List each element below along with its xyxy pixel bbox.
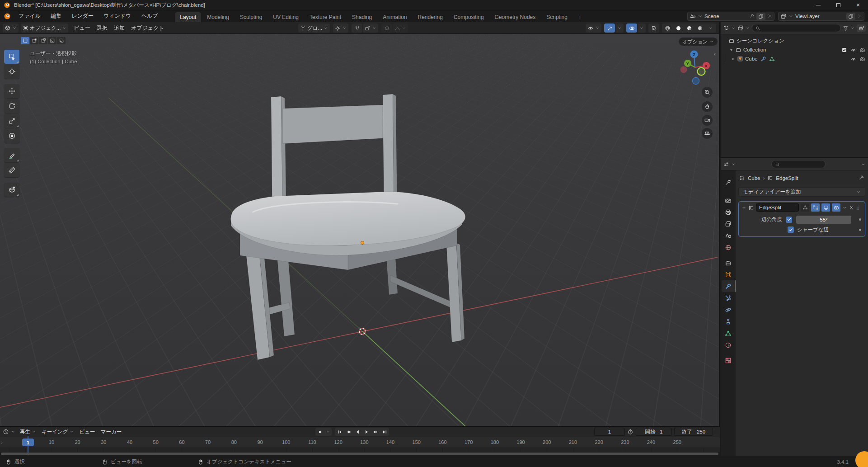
unlink-scene-icon[interactable] <box>767 14 772 19</box>
viewport-menu-選択[interactable]: 選択 <box>94 24 111 32</box>
properties-tab-texture[interactable] <box>722 354 735 366</box>
menu-ヘルプ[interactable]: ヘルプ <box>136 10 163 22</box>
disclosure-open-icon[interactable] <box>729 47 734 52</box>
edit-mode-display-toggle[interactable] <box>801 203 809 212</box>
checkbox-toggle-icon[interactable] <box>841 47 847 53</box>
properties-editor-icon[interactable] <box>723 161 729 167</box>
proportional-falloff-selector[interactable] <box>393 24 408 33</box>
gizmo-minus-y-axis[interactable] <box>698 68 705 75</box>
view-layer-selector[interactable]: ViewLayer <box>778 12 864 21</box>
viewport-menu-オブジェクト[interactable]: オブジェクト <box>128 24 168 32</box>
tool-scale-button[interactable] <box>4 114 19 128</box>
delete-modifier-icon[interactable] <box>849 205 854 210</box>
properties-tab-material[interactable] <box>722 339 735 351</box>
snap-toggle[interactable] <box>352 24 362 33</box>
workspace-tab-Rendering[interactable]: Rendering <box>413 12 448 22</box>
properties-tab-object[interactable] <box>722 269 735 280</box>
workspace-tab-Scripting[interactable]: Scripting <box>541 12 572 22</box>
shading-settings[interactable] <box>705 24 716 33</box>
3d-viewport[interactable]: オブジェク... ビュー選択追加オブジェクト グロ... <box>0 22 720 426</box>
sharp-edges-checkbox[interactable] <box>788 226 794 233</box>
gizmo-minus-z-axis[interactable] <box>693 78 699 85</box>
overlays-toggle[interactable] <box>626 24 637 33</box>
add-modifier-button[interactable]: モディファイアーを追加 <box>738 187 865 197</box>
eye-toggle-icon[interactable] <box>850 56 856 62</box>
cage-display-toggle[interactable] <box>811 203 820 212</box>
workspace-tab-UV Editing[interactable]: UV Editing <box>268 12 304 22</box>
pin-icon[interactable] <box>749 14 755 19</box>
eye-toggle-icon[interactable] <box>850 47 856 53</box>
outliner-row-Collection[interactable]: Collection <box>721 45 868 54</box>
workspace-tab-Texture Paint[interactable]: Texture Paint <box>305 12 346 22</box>
outliner-row-シーンコレクション[interactable]: シーンコレクション <box>721 36 868 45</box>
scene-selector[interactable]: Scene <box>687 12 774 21</box>
gizmos-toggle[interactable] <box>604 24 615 33</box>
transform-orientation-selector[interactable]: グロ... <box>298 24 330 33</box>
timeline-expand-arrow[interactable]: › <box>1 439 3 445</box>
snap-settings[interactable] <box>363 24 378 33</box>
edge-angle-value[interactable]: 55° <box>796 216 851 224</box>
animate-decorator[interactable] <box>859 218 861 221</box>
play-button[interactable] <box>362 428 371 436</box>
properties-tab-render[interactable] <box>722 194 735 206</box>
options-dropdown[interactable]: オプション <box>679 38 718 46</box>
tool-transform-button[interactable] <box>4 129 19 143</box>
workspace-tab-Sculpting[interactable]: Sculpting <box>235 12 267 22</box>
properties-tab-modifiers[interactable] <box>722 280 735 292</box>
close-button[interactable]: ✕ <box>848 0 868 10</box>
frame-start-field[interactable]: 開始 1 <box>636 428 672 436</box>
workspace-tab-Animation[interactable]: Animation <box>378 12 412 22</box>
shading-material-button[interactable] <box>684 24 694 33</box>
render-display-toggle[interactable] <box>832 203 840 212</box>
modifier-extras-icon[interactable] <box>842 205 847 210</box>
shading-rendered-button[interactable] <box>694 24 705 33</box>
mode-selector[interactable]: オブジェク... <box>21 24 68 33</box>
chair-model[interactable] <box>231 94 465 360</box>
pin-icon[interactable] <box>859 175 864 181</box>
maximize-button[interactable] <box>828 0 848 10</box>
drag-handle-icon[interactable]: ⣿ <box>856 205 860 210</box>
display-mode-icon[interactable] <box>737 25 744 31</box>
timeline-menu-キーイング[interactable]: キーイング <box>39 429 77 435</box>
use-preview-range-icon[interactable] <box>627 429 633 435</box>
cam-toggle-icon[interactable] <box>859 47 865 53</box>
select-mode-set[interactable] <box>21 37 29 44</box>
new-scene-icon[interactable] <box>756 13 765 20</box>
outliner-row-Cube[interactable]: Cube <box>721 54 868 63</box>
properties-tab-physics[interactable] <box>722 304 735 316</box>
next-keyframe-button[interactable] <box>371 428 380 436</box>
outliner-search-input[interactable] <box>752 24 841 32</box>
properties-tab-viewlayer[interactable] <box>722 218 735 230</box>
tool-select-button[interactable] <box>4 50 19 64</box>
properties-tab-particles[interactable] <box>722 292 735 304</box>
frame-end-field[interactable]: 終了 250 <box>674 428 713 436</box>
disclosure-closed-icon[interactable] <box>731 57 736 61</box>
viewport-menu-追加[interactable]: 追加 <box>111 24 128 32</box>
select-mode-intersect[interactable] <box>57 37 66 44</box>
tool-move-button[interactable] <box>4 84 19 98</box>
record-options[interactable] <box>324 428 332 436</box>
modifier-name-field[interactable]: EdgeSplit <box>756 203 799 212</box>
outliner-editor-icon[interactable] <box>723 25 729 31</box>
proportional-edit-toggle[interactable] <box>381 24 392 33</box>
breadcrumb-object[interactable]: Cube <box>748 175 760 181</box>
shading-solid-button[interactable] <box>673 24 684 33</box>
current-frame-field[interactable]: 1 <box>594 428 625 436</box>
menu-編集[interactable]: 編集 <box>46 10 66 22</box>
xray-toggle[interactable] <box>648 24 659 33</box>
timeline-menu-マーカー[interactable]: マーカー <box>98 429 125 435</box>
jump-to-end-button[interactable] <box>380 428 389 436</box>
chevron-down-icon[interactable] <box>861 162 866 167</box>
properties-tab-output[interactable] <box>722 206 735 218</box>
expand-chevron-icon[interactable] <box>741 205 746 210</box>
realtime-display-toggle[interactable] <box>821 203 830 212</box>
editor-type-selector[interactable] <box>3 24 19 33</box>
pivot-point-selector[interactable] <box>333 24 348 33</box>
jump-to-start-button[interactable] <box>335 428 344 436</box>
workspace-tab-+[interactable]: + <box>573 12 586 22</box>
play-reverse-button[interactable] <box>353 428 362 436</box>
pan-view-button[interactable] <box>702 101 713 112</box>
blender-menu-icon[interactable] <box>4 13 11 20</box>
tool-annotate-button[interactable] <box>4 148 19 162</box>
gizmos-settings[interactable] <box>615 24 624 33</box>
